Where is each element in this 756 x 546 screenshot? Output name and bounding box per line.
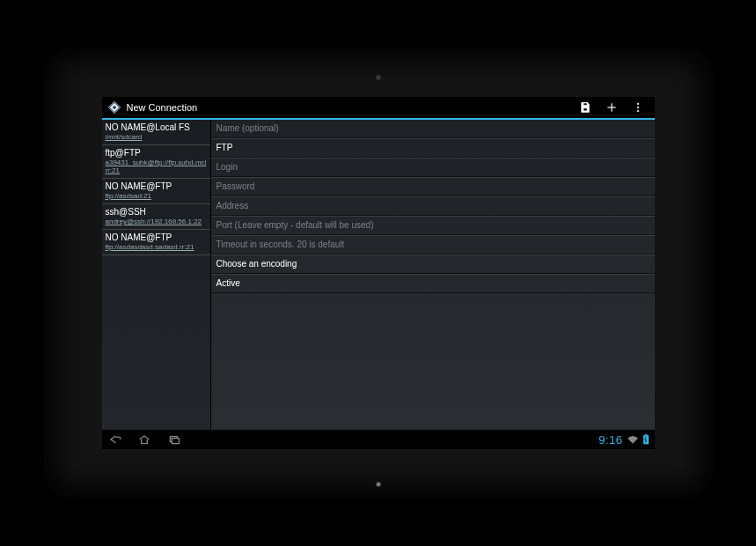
battery-icon	[642, 434, 650, 445]
connection-sub: /mnt/sdcard	[106, 133, 207, 141]
svg-point-9	[637, 110, 639, 112]
svg-rect-13	[644, 434, 646, 435]
connection-title: ssh@SSH	[106, 207, 207, 218]
page-title: New Connection	[127, 102, 572, 113]
connection-sub: andrey@ssh://192.168.56.1:22	[106, 218, 207, 225]
save-button[interactable]	[572, 97, 598, 118]
connection-title: ftp@FTP	[106, 148, 207, 159]
svg-rect-3	[583, 103, 587, 106]
svg-point-7	[637, 103, 639, 105]
connection-form: Name (optional) FTP Login Password Addre…	[211, 120, 655, 430]
connection-title: NO NAME@Local FS	[106, 122, 207, 133]
encoding-selector[interactable]: Choose an encoding	[211, 255, 655, 274]
add-button[interactable]	[598, 97, 625, 118]
port-field[interactable]: Port (Leave empty - default will be used…	[211, 216, 655, 235]
back-button[interactable]	[107, 434, 121, 445]
timeout-field[interactable]: Timeout in seconds. 20 is default	[211, 235, 655, 255]
wifi-icon	[627, 434, 639, 445]
connection-item[interactable]: ssh@SSH andrey@ssh://192.168.56.1:22	[102, 204, 210, 230]
home-button[interactable]	[137, 434, 151, 445]
connection-item[interactable]: NO NAME@FTP ftp://asdasdasd.sadasd.rr:21	[102, 230, 210, 255]
connection-item[interactable]: ftp@FTP a39431_suhk@ftp://ftp.suhd.mcirr…	[102, 145, 210, 179]
overflow-menu-button[interactable]	[625, 97, 651, 118]
connection-sub: ftp://asdsad:21	[106, 192, 207, 200]
content-area: NO NAME@Local FS /mnt/sdcard ftp@FTP a39…	[102, 120, 655, 430]
action-bar: New Connection	[102, 97, 655, 120]
svg-point-8	[637, 107, 639, 108]
protocol-selector[interactable]: FTP	[211, 138, 655, 158]
status-clock: 9:16	[598, 433, 622, 446]
connection-title: NO NAME@FTP	[106, 181, 207, 192]
svg-rect-4	[583, 108, 587, 112]
connection-item[interactable]: NO NAME@FTP ftp://asdsad:21	[102, 179, 210, 204]
system-nav-bar: 9:16	[102, 430, 655, 449]
connection-sub: ftp://asdasdasd.sadasd.rr:21	[106, 243, 207, 251]
app-logo-icon	[107, 100, 121, 114]
connection-item[interactable]: NO NAME@Local FS /mnt/sdcard	[102, 120, 210, 145]
connections-sidebar: NO NAME@Local FS /mnt/sdcard ftp@FTP a39…	[102, 120, 211, 430]
address-field[interactable]: Address	[211, 196, 655, 216]
name-field[interactable]: Name (optional)	[211, 120, 655, 138]
svg-rect-11	[172, 439, 179, 444]
mode-selector[interactable]: Active	[211, 274, 655, 293]
screen: New Connection	[102, 97, 655, 449]
tablet-frame: New Connection	[44, 48, 713, 498]
password-field[interactable]: Password	[211, 177, 655, 196]
login-field[interactable]: Login	[211, 158, 655, 177]
recent-apps-button[interactable]	[167, 434, 181, 445]
connection-sub: a39431_suhk@ftp://ftp.suhd.mcirr:21	[106, 159, 207, 174]
connection-title: NO NAME@FTP	[106, 232, 207, 243]
